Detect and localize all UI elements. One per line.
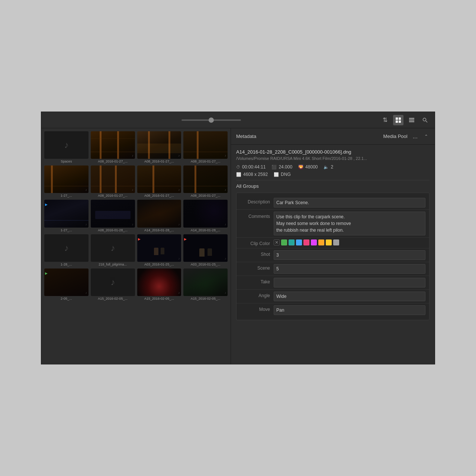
list-item: ♪ A08_2016-01-27_... bbox=[91, 131, 135, 163]
angle-value: Wide bbox=[276, 294, 286, 299]
scene-value: 5 bbox=[276, 266, 279, 271]
resolution-item: ⬜ 4608 x 2592 bbox=[236, 172, 268, 177]
media-item-label: A14_2016-01-28_... bbox=[137, 228, 181, 232]
color-orange-swatch[interactable] bbox=[318, 239, 324, 245]
svg-rect-5 bbox=[409, 119, 414, 120]
media-thumbnail-a08-3[interactable]: ♪ bbox=[183, 131, 228, 159]
metadata-content: A14_2016-01-28_2208_C0005_[000000-001066… bbox=[231, 145, 435, 364]
comments-row: Comments Use this clip for the carpark s… bbox=[237, 209, 429, 237]
angle-field[interactable]: Wide bbox=[274, 292, 425, 301]
media-panel[interactable]: ♪ Spaces ♪ bbox=[41, 128, 231, 364]
music-overlay-icon: ♪ bbox=[132, 154, 134, 157]
list-item: ▶ ♪ 2-05_... bbox=[44, 268, 89, 300]
move-field[interactable]: Pan bbox=[274, 305, 425, 315]
media-thumbnail-a03-1[interactable]: ▶ ♪ bbox=[137, 234, 181, 262]
media-thumbnail-a08-1[interactable]: ♪ bbox=[91, 131, 135, 159]
metadata-panel: Metadata Media Pool ... ⌃ A14_2016-01-28… bbox=[231, 128, 435, 364]
list-item: ♪ A14_2016-01-28_... bbox=[183, 200, 228, 232]
media-thumbnail-row5-1[interactable]: ▶ ♪ bbox=[44, 268, 89, 296]
media-pool-label: Media Pool bbox=[383, 134, 408, 139]
svg-point-7 bbox=[423, 118, 426, 121]
comments-field[interactable]: Use this clip for the carpark scene. May… bbox=[274, 212, 425, 235]
meta-row-1: ⏱ 00:00:44:11 ⬛ 24.000 🌄 48000 🔈 2 bbox=[236, 164, 430, 170]
media-thumbnail-red-orb[interactable]: ♪ bbox=[137, 268, 181, 296]
divider bbox=[236, 180, 430, 180]
color-blue-swatch[interactable] bbox=[296, 239, 302, 245]
main-content: ♪ Spaces ♪ bbox=[41, 128, 435, 364]
media-item-label: A08_2016-01-28_... bbox=[91, 228, 135, 232]
media-thumbnail-row2-3[interactable]: ♪ bbox=[137, 165, 181, 193]
media-thumbnail-row2-1[interactable]: ♪ bbox=[44, 165, 89, 193]
media-thumbnail-row3-2[interactable]: ♪ bbox=[91, 200, 135, 227]
description-value: Car Park Scene. bbox=[276, 200, 309, 205]
media-thumbnail-row2-2[interactable]: ♪ bbox=[91, 165, 135, 193]
media-thumbnail-a03-2[interactable]: ▶ ♪ bbox=[183, 234, 228, 262]
format-item: ⬜ DNG bbox=[274, 172, 291, 177]
list-item: ♪ A08_2016-01-28_... bbox=[91, 200, 135, 232]
channels-value: 2 bbox=[331, 164, 333, 170]
media-thumbnail-a15-music[interactable]: ♪ bbox=[91, 268, 135, 296]
media-thumbnail-a08-2[interactable]: ♪ bbox=[137, 131, 181, 159]
media-item-label: A08_2016-01-27_... bbox=[91, 194, 135, 197]
audio-icon: 🔈 bbox=[324, 165, 329, 170]
ceiling-line bbox=[91, 138, 135, 139]
media-thumbnail-pilgrimage[interactable]: ♪ bbox=[91, 234, 135, 262]
zoom-slider-track[interactable] bbox=[181, 119, 241, 121]
channels-item: 🔈 2 bbox=[324, 164, 333, 170]
media-thumbnail-row3-1[interactable]: ▶ ♪ bbox=[44, 200, 89, 227]
flag-blue-icon: ▶ bbox=[45, 200, 48, 207]
collapse-button[interactable]: ⌃ bbox=[423, 132, 430, 141]
meta-row-2: ⬜ 4608 x 2592 ⬜ DNG bbox=[236, 172, 430, 177]
color-pink-swatch[interactable] bbox=[303, 239, 309, 245]
search-button[interactable] bbox=[420, 115, 430, 125]
metadata-header-title: Metadata bbox=[236, 134, 383, 139]
zoom-slider-thumb[interactable] bbox=[209, 118, 214, 123]
clip-color-row: Clip Color ✕ bbox=[237, 237, 429, 248]
iso-item: 🌄 48000 bbox=[298, 164, 318, 170]
list-item: ♪ A08_2016-01-27_... bbox=[137, 131, 181, 163]
sort-button[interactable]: ⇅ bbox=[380, 115, 390, 125]
note-icon: ♪ bbox=[178, 154, 180, 157]
scene-field[interactable]: 5 bbox=[274, 264, 425, 274]
file-path: /Volumes/Promise RAID/URSA Mini 4.6K Sho… bbox=[236, 156, 430, 161]
take-field[interactable] bbox=[274, 278, 425, 287]
media-item-label: A15_2016-02-05_... bbox=[137, 297, 181, 300]
timecode-value: 00:00:44:11 bbox=[242, 164, 266, 170]
media-item-label: A08_2016-01-27_... bbox=[183, 160, 228, 163]
list-view-button[interactable] bbox=[406, 115, 417, 125]
list-item: ♪ A15_2016-02-05_... bbox=[137, 268, 181, 300]
more-options-button[interactable]: ... bbox=[411, 132, 419, 141]
move-value: Pan bbox=[276, 308, 284, 313]
grid-view-button[interactable] bbox=[393, 115, 403, 125]
svg-rect-2 bbox=[396, 120, 398, 123]
description-field[interactable]: Car Park Scene. bbox=[274, 198, 425, 208]
fps-icon: ⬛ bbox=[271, 165, 277, 170]
resolution-value: 4608 x 2592 bbox=[243, 172, 268, 177]
color-green-swatch[interactable] bbox=[281, 239, 287, 245]
list-item: ♪ A15_2016-02-05_... bbox=[91, 268, 135, 300]
color-amber-swatch[interactable] bbox=[326, 239, 332, 245]
color-magenta-swatch[interactable] bbox=[311, 239, 317, 245]
media-thumbnail-a15-night[interactable]: ♪ bbox=[183, 268, 228, 296]
color-none-button[interactable]: ✕ bbox=[274, 239, 280, 245]
media-item-label: A03_2016-01-25_... bbox=[183, 263, 228, 266]
color-gray-swatch[interactable] bbox=[333, 239, 339, 245]
media-thumbnail-row3-3[interactable]: ♪ bbox=[137, 200, 181, 227]
color-teal-swatch[interactable] bbox=[289, 239, 295, 245]
list-item: ▶ ♪ 1-27_... bbox=[44, 200, 89, 232]
list-item: ♪ 1-27_... bbox=[44, 165, 89, 197]
media-item-label: 1-27_... bbox=[44, 228, 89, 232]
shot-field[interactable]: 3 bbox=[274, 250, 425, 260]
music-icon: ♪ bbox=[64, 243, 68, 253]
list-item: ♪ A08_2016-01-27_... bbox=[183, 165, 228, 197]
pillar-left bbox=[100, 131, 102, 159]
take-label: Take bbox=[240, 278, 274, 284]
comments-label: Comments bbox=[240, 212, 274, 219]
media-item-label: A08_2016-01-27_... bbox=[91, 160, 135, 163]
clip-color-swatches: ✕ bbox=[274, 239, 425, 245]
media-thumbnail-spaces[interactable]: ♪ bbox=[44, 131, 89, 159]
list-item: ♪ A15_2016-02-05_... bbox=[183, 268, 228, 300]
media-thumbnail-row4-1[interactable]: ♪ bbox=[44, 234, 89, 262]
media-thumbnail-row3-4[interactable]: ♪ bbox=[183, 200, 228, 227]
media-thumbnail-row2-4[interactable]: ♪ bbox=[183, 165, 228, 193]
